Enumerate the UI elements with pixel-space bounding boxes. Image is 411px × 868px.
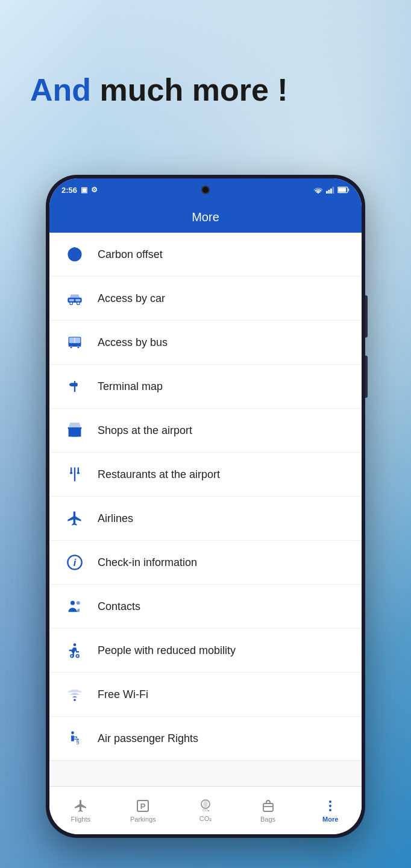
airlines-icon — [64, 508, 86, 529]
menu-item-shops[interactable]: Shops at the airport — [49, 409, 362, 453]
svg-point-36 — [74, 699, 76, 702]
menu-item-airlines[interactable]: Airlines — [49, 497, 362, 541]
shops-icon — [64, 420, 86, 441]
mobility-label: People with reduced mobility — [98, 644, 236, 657]
menu-item-access-by-car[interactable]: Access by car — [49, 277, 362, 321]
battery-icon — [337, 186, 350, 193]
svg-point-31 — [71, 601, 75, 605]
phone-screen: 2:56 ▣ ⚙ — [49, 178, 362, 834]
menu-item-contacts[interactable]: Contacts — [49, 585, 362, 629]
svg-point-18 — [77, 346, 80, 348]
header-and: And — [30, 72, 91, 107]
nav-parkings-label: Parkings — [130, 816, 156, 823]
nav-co2[interactable]: CO₂ CO₂ — [174, 787, 237, 834]
svg-rect-13 — [75, 299, 80, 301]
svg-rect-43 — [263, 804, 273, 811]
svg-rect-6 — [348, 189, 349, 192]
menu-item-mobility[interactable]: People with reduced mobility — [49, 629, 362, 673]
nav-co2-label: CO₂ — [199, 815, 212, 823]
svg-text:P: P — [140, 802, 146, 811]
wifi-label: Free Wi-Fi — [98, 688, 148, 701]
carbon-offset-label: Carbon offset — [98, 248, 163, 261]
menu-item-wifi[interactable]: Free Wi-Fi — [49, 673, 362, 717]
contacts-label: Contacts — [98, 600, 140, 613]
phone-frame: 2:56 ▣ ⚙ — [46, 175, 365, 838]
status-left: 2:56 ▣ ⚙ — [61, 186, 98, 195]
nav-co2-icon: CO₂ — [198, 798, 213, 813]
nav-parkings-icon: P — [136, 799, 150, 813]
svg-rect-21 — [71, 383, 78, 386]
svg-rect-24 — [74, 467, 75, 481]
rights-icon: § — [64, 728, 86, 749]
header-rest: much more ! — [91, 72, 288, 107]
menu-item-carbon-offset[interactable]: Carbon offset — [49, 233, 362, 277]
svg-marker-22 — [69, 383, 71, 386]
header-title: And much more ! — [30, 72, 381, 108]
status-bar: 2:56 ▣ ⚙ — [49, 178, 362, 201]
app-header: More — [49, 201, 362, 233]
nav-more-label: More — [322, 816, 338, 823]
menu-item-checkin[interactable]: i Check-in information — [49, 541, 362, 585]
svg-rect-23 — [73, 432, 77, 436]
menu-item-terminal-map[interactable]: Terminal map — [49, 365, 362, 409]
svg-text:i: i — [74, 557, 77, 568]
svg-point-46 — [329, 805, 331, 807]
svg-point-28 — [77, 472, 80, 474]
svg-rect-1 — [328, 189, 330, 193]
menu-content[interactable]: Carbon offset Acce — [49, 233, 362, 786]
svg-point-10 — [77, 302, 80, 305]
app-title: More — [192, 210, 219, 224]
airlines-label: Airlines — [98, 512, 133, 525]
wifi-icon — [64, 684, 86, 705]
menu-list: Carbon offset Acce — [49, 233, 362, 761]
terminal-map-label: Terminal map — [98, 380, 163, 393]
rights-label: Air passenger Rights — [98, 732, 198, 745]
nav-flights[interactable]: Flights — [49, 787, 112, 834]
menu-item-access-by-bus[interactable]: Access by bus — [49, 321, 362, 365]
svg-rect-3 — [333, 186, 334, 193]
checkin-label: Check-in information — [98, 556, 197, 569]
nav-more[interactable]: More — [299, 787, 362, 834]
svg-point-45 — [329, 800, 331, 803]
contacts-icon — [64, 596, 86, 617]
car-icon — [64, 288, 86, 309]
menu-item-restaurants[interactable]: Restaurants at the airport — [49, 453, 362, 497]
phone-button-mid — [365, 356, 368, 398]
svg-text:§: § — [76, 739, 79, 745]
svg-point-27 — [70, 472, 73, 474]
bus-icon — [64, 332, 86, 353]
nav-bags[interactable]: Bags — [237, 787, 300, 834]
bottom-nav: Flights P Parkings CO₂ CO₂ — [49, 786, 362, 834]
svg-point-34 — [71, 655, 74, 658]
status-time: 2:56 — [61, 186, 77, 195]
phone-button-top — [365, 295, 368, 338]
nav-more-icon — [323, 799, 337, 813]
sim-icon: ▣ — [81, 186, 87, 194]
wifi-status-icon — [313, 186, 323, 194]
access-by-bus-label: Access by bus — [98, 336, 168, 349]
svg-point-32 — [77, 601, 80, 605]
svg-rect-16 — [69, 345, 81, 347]
menu-item-rights[interactable]: § Air passenger Rights — [49, 717, 362, 761]
svg-rect-5 — [338, 188, 346, 192]
nav-bags-label: Bags — [260, 816, 275, 823]
svg-point-47 — [329, 809, 331, 811]
notch-camera — [201, 186, 210, 194]
svg-point-37 — [71, 731, 74, 734]
settings-icon: ⚙ — [91, 186, 98, 194]
nav-bags-icon — [261, 799, 275, 813]
restaurants-icon — [64, 464, 86, 485]
mobility-icon — [64, 640, 86, 661]
nav-parkings[interactable]: P Parkings — [112, 787, 175, 834]
svg-text:CO₂: CO₂ — [202, 808, 210, 812]
status-right — [313, 186, 350, 194]
checkin-icon: i — [64, 552, 86, 573]
terminal-map-icon — [64, 376, 86, 397]
carbon-offset-icon — [64, 244, 86, 265]
svg-point-17 — [70, 346, 72, 348]
signal-icon — [326, 186, 334, 194]
nav-flights-label: Flights — [71, 816, 90, 823]
nav-flights-icon — [74, 799, 88, 813]
svg-rect-0 — [326, 190, 328, 193]
restaurants-label: Restaurants at the airport — [98, 468, 220, 481]
